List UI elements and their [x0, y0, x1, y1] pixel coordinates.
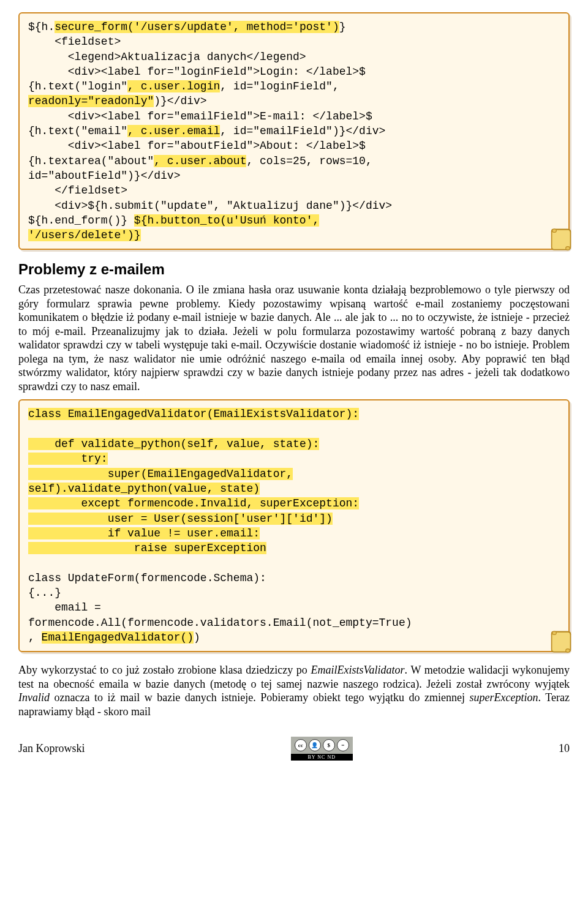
footer-author: Jan Koprowski	[18, 742, 85, 755]
section-heading: Problemy z e-mailem	[18, 261, 570, 278]
nc-icon: $	[323, 739, 335, 751]
scroll-icon	[548, 225, 575, 252]
svg-point-2	[552, 631, 557, 635]
svg-point-0	[552, 230, 557, 233]
cc-icon: cc	[295, 739, 307, 751]
code-block-2: class EmailEngagedValidator(EmailExistsV…	[18, 399, 570, 652]
scroll-icon	[548, 628, 575, 655]
by-icon: 👤	[309, 739, 321, 751]
svg-point-1	[566, 247, 570, 250]
svg-point-3	[566, 649, 570, 653]
code-content-1: ${h.secure_form('/users/update', method=…	[28, 20, 560, 242]
cc-license-badge: cc 👤 $ = BY NC ND	[291, 737, 353, 761]
footer-page-number: 10	[559, 742, 570, 755]
page-footer: Jan Koprowski cc 👤 $ = BY NC ND 10	[18, 737, 570, 761]
paragraph-1: Czas przetestować nasze dokonania. O ile…	[18, 283, 570, 393]
paragraph-2: Aby wykorzystać to co już zostało zrobio…	[18, 663, 570, 718]
cc-text: BY NC ND	[291, 754, 353, 761]
nd-icon: =	[337, 739, 349, 751]
code-block-1: ${h.secure_form('/users/update', method=…	[18, 12, 570, 250]
code-content-2: class EmailEngagedValidator(EmailExistsV…	[28, 407, 560, 645]
